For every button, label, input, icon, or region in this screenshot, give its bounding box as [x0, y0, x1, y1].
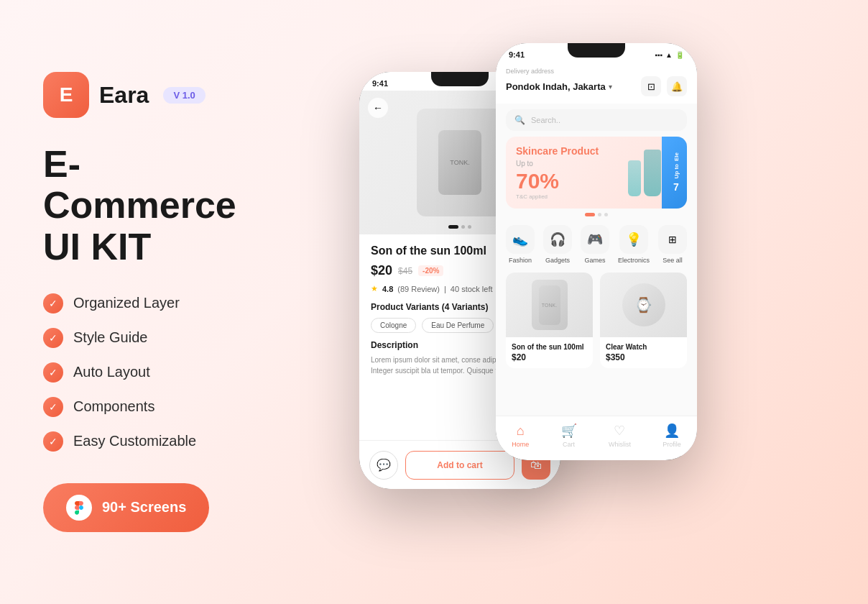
search-bar[interactable]: 🔍 Search..	[506, 109, 687, 131]
star-icon: ★	[371, 284, 378, 293]
gadgets-label: Gadgets	[545, 257, 570, 264]
banner-dot-3	[604, 213, 608, 216]
figma-icon	[66, 495, 92, 521]
feature-item-5: ✓ Easy Customizable	[43, 431, 266, 452]
search-icon: 🔍	[514, 115, 525, 125]
title-block: E-Commerce UI KIT	[43, 144, 266, 267]
wishlist-nav-label: Whislist	[609, 441, 631, 448]
variant-chip-eau[interactable]: Eau De Perfume	[422, 318, 494, 333]
see-all-label: See all	[662, 257, 683, 264]
feature-text-3: Auto Layout	[73, 364, 150, 380]
category-see-all[interactable]: ⊞ See all	[658, 225, 687, 264]
watch-image: ⌚	[622, 283, 665, 326]
dot-3	[468, 225, 471, 229]
image-dots	[448, 225, 471, 229]
review-count: (89 Review)	[397, 285, 440, 293]
phone1-notch	[431, 72, 489, 86]
cart-nav-icon: 🛒	[561, 423, 577, 439]
check-icon-5: ✓	[43, 431, 63, 452]
add-to-cart-button[interactable]: Add to cart	[405, 451, 514, 480]
blue-banner-text: Ele	[673, 152, 680, 161]
home-nav-icon: ⌂	[517, 424, 525, 439]
delivery-location-row: Pondok Indah, Jakarta ▾ ⊡ 🔔	[506, 76, 687, 96]
variant-chip-cologne[interactable]: Cologne	[371, 318, 416, 333]
banner-dots	[506, 213, 687, 216]
brand-logo: E	[43, 72, 89, 118]
left-section: E Eara V 1.0 E-Commerce UI KIT ✓ Organiz…	[0, 36, 302, 568]
bottom-nav: ⌂ Home 🛒 Cart ♡ Whislist 👤 Profile	[496, 416, 697, 456]
product-card-1[interactable]: TONK. Son of the sun 100ml $20	[506, 273, 593, 368]
brand-row: E Eara V 1.0	[43, 72, 266, 118]
banner-applied: T&C applied	[516, 193, 627, 200]
games-icon: 🎮	[581, 225, 609, 254]
nav-wishlist[interactable]: ♡ Whislist	[609, 423, 631, 448]
check-icon-4: ✓	[43, 397, 63, 417]
rating-value: 4.8	[382, 285, 393, 293]
phone2-time: 9:41	[509, 50, 525, 59]
phone2-content: Delivery address Pondok Indah, Jakarta ▾…	[496, 62, 697, 456]
nav-profile[interactable]: 👤 Profile	[662, 423, 681, 448]
wishlist-nav-icon: ♡	[614, 423, 625, 439]
phone2-inner: 9:41 ▪▪▪ ▲ 🔋 Delivery address Pondok Ind…	[496, 43, 697, 460]
product-card-2[interactable]: ⌚ Clear Watch $350	[600, 273, 687, 368]
chat-button[interactable]: 💬	[369, 451, 398, 480]
dot-1	[448, 225, 458, 229]
screens-label: 90+ Screens	[102, 499, 186, 516]
search-placeholder: Search..	[531, 116, 560, 124]
perfume-image: TONK.	[532, 280, 568, 330]
feature-text-2: Style Guide	[73, 329, 147, 346]
category-fashion[interactable]: 👟 Fashion	[506, 225, 535, 264]
discount-badge: -20%	[418, 265, 443, 276]
category-electronics[interactable]: 💡 Electronics	[618, 225, 650, 264]
feature-text-5: Easy Customizable	[73, 433, 196, 449]
products-grid: TONK. Son of the sun 100ml $20 ⌚	[506, 273, 687, 368]
product-card-name-1: Son of the sun 100ml	[512, 343, 587, 351]
feature-item-1: ✓ Organized Layer	[43, 293, 266, 314]
check-icon-3: ✓	[43, 362, 63, 383]
category-games[interactable]: 🎮 Games	[581, 225, 609, 264]
delivery-label: Delivery address	[506, 68, 687, 75]
electronics-label: Electronics	[618, 257, 650, 264]
check-icon-1: ✓	[43, 293, 63, 314]
games-label: Games	[584, 257, 605, 264]
main-title: E-Commerce UI KIT	[43, 144, 266, 267]
see-all-icon: ⊞	[658, 225, 687, 254]
back-button[interactable]: ←	[368, 98, 388, 118]
fashion-label: Fashion	[509, 257, 532, 264]
phone1-time: 9:41	[372, 79, 388, 88]
cart-nav-label: Cart	[563, 441, 575, 448]
stock-count: 40 stock left	[451, 285, 493, 293]
fashion-icon: 👟	[506, 225, 535, 254]
product-card-body-2: Clear Watch $350	[600, 337, 687, 368]
bell-icon-button[interactable]: 🔔	[667, 76, 687, 96]
screens-button[interactable]: 90+ Screens	[43, 483, 209, 532]
features-list: ✓ Organized Layer ✓ Style Guide ✓ Auto L…	[43, 293, 266, 452]
category-gadgets[interactable]: 🎧 Gadgets	[543, 225, 572, 264]
chevron-down-icon: ▾	[609, 83, 612, 91]
banner-text-block: Skincare Product Up to 70% T&C applied	[516, 145, 627, 200]
blue-banner-card: Ele Up to 7	[662, 137, 687, 209]
header-icons: ⊡ 🔔	[641, 76, 687, 96]
price-original: $45	[398, 266, 412, 276]
feature-item-4: ✓ Components	[43, 397, 266, 417]
feature-item-2: ✓ Style Guide	[43, 328, 266, 348]
banner-section: Skincare Product Up to 70% T&C applied	[506, 137, 687, 216]
product-card-price-1: $20	[512, 352, 587, 362]
categories-section: 👟 Fashion 🎧 Gadgets 🎮 Games	[506, 225, 687, 264]
phone2-notch	[568, 43, 625, 58]
electronics-icon: 💡	[619, 225, 648, 254]
scan-icon-button[interactable]: ⊡	[641, 76, 661, 96]
version-badge: V 1.0	[163, 87, 205, 104]
nav-cart[interactable]: 🛒 Cart	[561, 423, 577, 448]
home-scroll: Skincare Product Up to 70% T&C applied	[496, 137, 697, 416]
price-current: $20	[371, 263, 392, 278]
home-nav-label: Home	[512, 441, 529, 448]
gadgets-icon: 🎧	[543, 225, 572, 254]
banner-dot-2	[598, 213, 601, 216]
dot-2	[461, 225, 465, 229]
phone-home: 9:41 ▪▪▪ ▲ 🔋 Delivery address Pondok Ind…	[496, 43, 697, 460]
phones-section: 9:41 ▪▪▪ ▲ 🔋 ← TONK.	[302, 0, 868, 604]
nav-home[interactable]: ⌂ Home	[512, 424, 529, 448]
product-card-img-1: TONK.	[506, 273, 593, 337]
feature-text-4: Components	[73, 398, 154, 415]
